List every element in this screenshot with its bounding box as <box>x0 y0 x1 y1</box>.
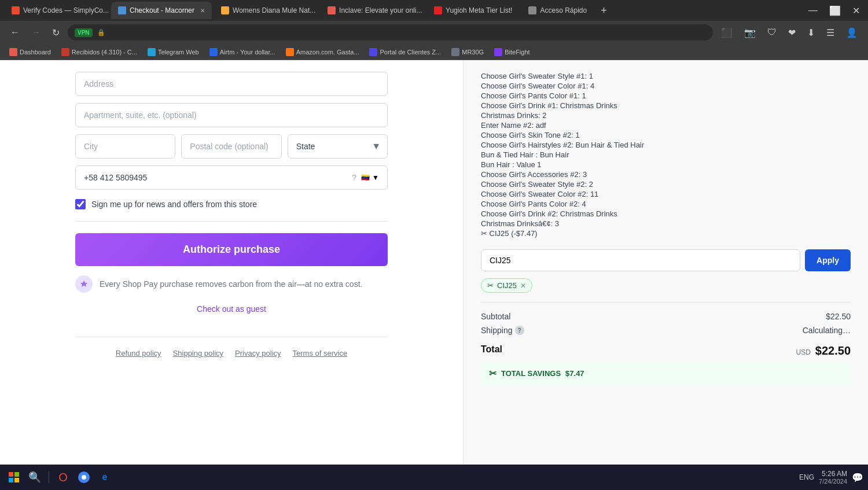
order-detail-item: Choose Girl's Sweater Color #2: 11 <box>481 190 851 198</box>
screenshot-button[interactable]: 📷 <box>741 25 759 40</box>
guest-checkout-link[interactable]: Check out as guest <box>75 304 388 314</box>
url-input[interactable]: shop.app/checkout/62604214428/cn/Z2NwLXV… <box>110 28 706 36</box>
checkout-form: State ▼ +58 412 5809495 ? 🇻🇪 ▼ Sign me u… <box>0 60 463 465</box>
toolbar: ← → ↻ VPN 🔒 shop.app/checkout/6260421442… <box>0 21 868 44</box>
refresh-button[interactable]: ↻ <box>49 25 63 40</box>
phone-field[interactable]: +58 412 5809495 ? 🇻🇪 ▼ <box>75 165 388 190</box>
tab-yugioh[interactable]: Yugioh Meta Tier List! <box>427 2 519 19</box>
privacy-policy-link[interactable]: Privacy policy <box>235 349 281 358</box>
bookmark-icon <box>209 48 218 56</box>
close-window-button[interactable]: ✕ <box>849 3 863 19</box>
subtotal-value: $22.50 <box>826 312 851 321</box>
bookmark-bitefight[interactable]: BiteFight <box>490 47 534 57</box>
order-detail-item: Choose Girl's Accessories #2: 3 <box>481 170 851 179</box>
remove-discount-button[interactable]: ✕ <box>520 282 526 290</box>
newsletter-checkbox[interactable] <box>75 199 86 209</box>
sidebar-button[interactable]: ❤ <box>785 25 799 40</box>
total-label: Total <box>481 344 502 358</box>
postal-input[interactable] <box>181 134 281 159</box>
order-detail-item: Choose Girl's Skin Tone #2: 1 <box>481 131 851 139</box>
order-detail-item: Enter Name #2: adf <box>481 121 851 130</box>
tab-favicon <box>12 6 20 14</box>
tab-close-icon[interactable]: ✕ <box>200 8 205 14</box>
order-detail-item: Choose Girl's Pants Color #2: 4 <box>481 200 851 208</box>
state-select[interactable]: State <box>288 134 388 159</box>
menu-button[interactable]: ☰ <box>823 25 838 40</box>
bookmark-icon <box>9 48 17 56</box>
authorize-purchase-button[interactable]: Authorize purchase <box>75 233 388 266</box>
search-taskbar-button[interactable]: 🔍 <box>25 468 44 487</box>
savings-label: TOTAL SAVINGS <box>501 369 561 378</box>
phone-help-icon[interactable]: ? <box>352 173 356 182</box>
tab-womens[interactable]: Womens Diana Mule Nat... <box>214 2 318 19</box>
new-tab-button[interactable]: + <box>596 5 612 17</box>
shipping-info-icon[interactable]: ? <box>515 326 524 335</box>
chrome-icon[interactable] <box>75 468 93 487</box>
tab-favicon <box>118 6 126 14</box>
edge-icon[interactable]: e <box>95 468 114 487</box>
order-detail-item: Choose Girl's Sweater Color #1: 4 <box>481 82 851 90</box>
notification-icon[interactable]: 💬 <box>852 472 863 483</box>
back-button[interactable]: ← <box>7 25 23 40</box>
order-detail-item: Choose Girl's Drink #2: Christmas Drinks <box>481 209 851 218</box>
bookmarks-bar: Dashboard Recibidos (4.310) - C... Teleg… <box>0 44 868 60</box>
minimize-button[interactable]: — <box>805 3 821 18</box>
taskbar-separator <box>49 471 49 483</box>
bookmark-airtm[interactable]: Airtm - Your dollar... <box>205 47 280 57</box>
taskbar-lang: ENG <box>799 473 814 481</box>
tab-favicon <box>434 6 442 14</box>
newsletter-checkbox-row: Sign me up for news and offers from this… <box>75 199 388 222</box>
vpn-badge: VPN <box>75 28 93 37</box>
opera-icon[interactable]: O <box>54 468 72 487</box>
discount-scissors-icon: ✂ <box>487 281 494 290</box>
discount-code-input[interactable]: CIJ25 <box>481 249 800 271</box>
shipping-policy-link[interactable]: Shipping policy <box>173 349 223 358</box>
apartment-input[interactable] <box>75 103 388 127</box>
taskbar: 🔍 O e ENG 5:26 AM 7/24/2024 💬 <box>0 465 868 490</box>
bookmark-dashboard[interactable]: Dashboard <box>5 47 56 57</box>
bookmark-icon <box>286 48 294 56</box>
tab-acceso[interactable]: Acceso Rápido <box>521 2 594 19</box>
download-button[interactable]: ⬇ <box>804 25 818 40</box>
refund-policy-link[interactable]: Refund policy <box>116 349 161 358</box>
shipping-value: Calculating… <box>803 326 851 335</box>
lock-icon: 🔒 <box>97 29 105 36</box>
profile-button[interactable]: 👤 <box>843 25 861 40</box>
apply-discount-button[interactable]: Apply <box>805 249 851 271</box>
city-input[interactable] <box>75 134 175 159</box>
extensions-button[interactable]: ⬛ <box>718 25 736 40</box>
price-summary: Subtotal $22.50 Shipping ? Calculating… … <box>481 302 851 385</box>
bookmark-amazon[interactable]: Amazon.com. Gasta... <box>281 47 364 57</box>
order-detail-item: Choose Girl's Drink #1: Christmas Drinks <box>481 101 851 110</box>
svg-rect-3 <box>14 478 19 482</box>
savings-row: ✂ TOTAL SAVINGS $7.47 <box>481 362 851 385</box>
tab-verify-codes[interactable]: Verify Codes — SimplyCo... <box>5 2 109 19</box>
shipping-label: Shipping ? <box>481 326 524 335</box>
forward-button[interactable]: → <box>28 25 44 40</box>
order-detail-item: Christmas Drinksâ€¢: 3 <box>481 219 851 228</box>
tab-checkout[interactable]: Checkout - Macorner ✕ <box>111 2 212 19</box>
bookmark-mr30g[interactable]: MR30G <box>447 47 488 57</box>
maximize-button[interactable]: ⬜ <box>826 3 844 19</box>
bookmark-recibidos[interactable]: Recibidos (4.310) - C... <box>57 47 142 57</box>
footer-links: Refund policy Shipping policy Privacy po… <box>75 337 388 358</box>
address-input[interactable] <box>75 72 388 96</box>
phone-input[interactable]: +58 412 5809495 <box>84 173 352 182</box>
subtotal-label: Subtotal <box>481 312 510 321</box>
newsletter-label: Sign me up for news and offers from this… <box>91 200 257 209</box>
total-currency: USD <box>796 348 810 356</box>
svg-point-5 <box>82 475 86 480</box>
start-button[interactable] <box>5 468 23 487</box>
flag-dropdown-icon: ▼ <box>372 174 379 182</box>
svg-rect-2 <box>9 478 13 482</box>
applied-code-label: CIJ25 <box>497 281 517 290</box>
address-bar[interactable]: VPN 🔒 shop.app/checkout/62604214428/cn/Z… <box>68 24 713 40</box>
tab-favicon <box>221 6 229 14</box>
shield-button[interactable]: 🛡 <box>764 25 780 40</box>
bookmark-portal[interactable]: Portal de Clientes Z... <box>365 47 446 57</box>
country-flag-button[interactable]: 🇻🇪 ▼ <box>361 174 379 182</box>
bookmark-telegram[interactable]: Telegram Web <box>143 47 204 57</box>
venezuela-flag: 🇻🇪 <box>361 174 370 182</box>
tab-inclave[interactable]: Inclave: Elevate your onli... <box>321 2 425 19</box>
terms-of-service-link[interactable]: Terms of service <box>293 349 348 358</box>
